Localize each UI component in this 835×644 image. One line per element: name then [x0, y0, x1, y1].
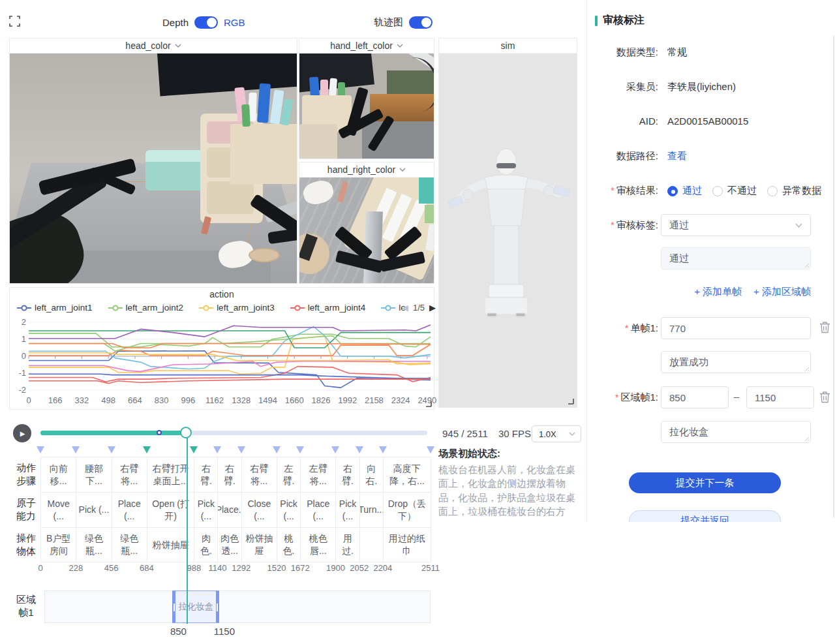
textarea-resize-handle[interactable] — [803, 262, 809, 268]
step-boundary-marker[interactable] — [273, 446, 281, 453]
region-track-bar[interactable] — [44, 590, 431, 623]
x-axis-tick: 664 — [128, 395, 142, 405]
ability-cell: Pick (... — [277, 493, 301, 528]
sim-title: sim — [501, 40, 515, 51]
legend-marker-icon — [108, 305, 123, 311]
object-cell: 绿色瓶... — [112, 528, 147, 562]
x-axis-tick: 1328 — [232, 395, 250, 405]
organizer-tray-art — [230, 124, 297, 184]
steps-table: 向前移...腰部下...右臂将...右臂打开桌面上...右臂.右臂.右臂将...… — [40, 457, 431, 562]
textarea-resize-handle[interactable] — [803, 435, 809, 441]
object-cell: 桃色. — [277, 528, 301, 562]
camera-header-hand-right[interactable]: hand_right_color — [299, 162, 434, 177]
submit-next-button[interactable]: 提交并下一条 — [629, 472, 781, 493]
delete-single-frame-icon[interactable] — [819, 321, 830, 333]
radio-option-不通过[interactable]: 不通过 — [712, 185, 757, 197]
step-boundary-marker[interactable] — [331, 446, 339, 453]
camera-header-hand-left[interactable]: hand_left_color — [299, 38, 434, 54]
ability-cell: Move (... — [41, 493, 76, 528]
aid-value: A2D0015AB00015 — [667, 115, 748, 127]
step-boundary-marker[interactable] — [37, 446, 44, 453]
step-boundary-marker[interactable] — [213, 446, 221, 453]
step-boundary-marker[interactable] — [379, 446, 387, 453]
region-start-input[interactable]: 850 — [661, 386, 729, 408]
region-segment[interactable]: 拉化妆盒 — [172, 590, 219, 623]
legend-item[interactable]: left_arm_joint3 — [199, 303, 275, 313]
toggle-knob — [421, 18, 431, 27]
compact-art — [249, 248, 280, 262]
region-end-input[interactable]: 1150 — [746, 386, 814, 408]
x-axis-tick: 166 — [48, 395, 63, 405]
camera-image-head — [10, 54, 297, 283]
submit-return-button[interactable]: 提交并返回 — [629, 510, 781, 522]
legend-item[interactable]: left_arm_joint4 — [290, 303, 366, 313]
play-button[interactable]: ▶ — [13, 424, 31, 442]
region-frame-note[interactable]: 拉化妆盒 — [661, 421, 811, 443]
step-boundary-marker[interactable] — [72, 446, 80, 453]
add-single-frame-button[interactable]: + 添加单帧 — [694, 286, 742, 298]
axis-tick-label: 1672 — [291, 563, 310, 573]
row-label-abilities: 原子能力 — [14, 497, 38, 523]
step-cell: 右臂. — [218, 457, 241, 493]
green-label-art — [425, 205, 434, 223]
legend-marker-icon — [290, 305, 305, 311]
single-frame-input[interactable]: 770 — [661, 317, 811, 339]
depth-rgb-toggle[interactable] — [194, 16, 218, 29]
step-boundary-marker[interactable] — [237, 446, 245, 453]
step-boundary-marker[interactable] — [427, 446, 434, 453]
single-frame-value: 770 — [669, 323, 686, 334]
step-boundary-marker[interactable] — [296, 446, 304, 453]
speed-select[interactable]: 1.0X — [532, 425, 581, 442]
step-cell: 右臂. — [194, 457, 218, 493]
object-cell: 桃色唇... — [301, 528, 336, 562]
axis-tick-label: 0 — [38, 563, 42, 573]
ability-cell: Pick (... — [194, 493, 218, 528]
step-boundary-marker[interactable] — [143, 446, 151, 453]
resize-corner-icon[interactable] — [568, 398, 574, 405]
single-frame-dot-marker[interactable] — [157, 430, 162, 435]
chart-title: action — [9, 289, 434, 299]
camera-title-hand-left: hand_left_color — [330, 40, 393, 51]
camera-header-head[interactable]: head_color — [10, 38, 297, 54]
object-cell: 绿色瓶... — [76, 528, 112, 562]
step-boundary-marker[interactable] — [190, 446, 198, 453]
y-axis-tick: 2 — [9, 317, 26, 327]
trajectory-toggle[interactable] — [409, 16, 433, 29]
legend-item[interactable]: left_arm_joint1 — [17, 303, 93, 313]
review-tag-label: *审核标签: — [592, 219, 658, 232]
single-frame-note[interactable]: 放置成功 — [661, 351, 811, 373]
radio-option-异常数据[interactable]: 异常数据 — [767, 185, 821, 197]
region-frame-label: *区域帧1: — [592, 391, 658, 404]
camera-panel-head: head_color — [9, 38, 297, 284]
region-handle-right[interactable] — [216, 591, 219, 622]
step-boundary-marker[interactable] — [108, 446, 115, 453]
radio-option-通过[interactable]: 通过 — [667, 185, 702, 197]
review-title-text: 审核标注 — [603, 14, 645, 27]
data-path-view-link[interactable]: 查看 — [667, 150, 687, 162]
region-end-label: 1150 — [214, 626, 235, 637]
fullscreen-icon[interactable] — [9, 16, 20, 27]
region-handle-left[interactable] — [172, 591, 175, 622]
y-axis-tick: 0 — [9, 351, 26, 361]
legend-next-icon[interactable]: ▶ — [429, 303, 436, 313]
x-axis-tick: 498 — [101, 395, 115, 405]
legend-item[interactable]: left_arm_joint2 — [108, 303, 184, 313]
legend-prev-icon[interactable]: ◀ — [402, 303, 408, 313]
step-boundary-marker[interactable] — [356, 446, 363, 453]
add-region-frame-button[interactable]: + 添加区域帧 — [753, 286, 811, 298]
review-result-label: *审核结果: — [592, 185, 658, 197]
tube-art — [241, 104, 250, 127]
scene-block: 场景初始状态: 梳妆台在机器人前，化妆盒在桌面上，化妆盒的侧边摆放着物品，化妆品… — [438, 448, 584, 518]
add-frame-links: + 添加单帧 + 添加区域帧 — [661, 286, 811, 298]
data-type-value: 常规 — [667, 46, 687, 59]
data-type-label: 数据类型: — [592, 46, 658, 59]
review-tag-select[interactable]: 通过 — [661, 214, 811, 236]
x-axis-tick: 332 — [75, 395, 89, 405]
review-tag-note[interactable]: 通过 — [661, 247, 811, 269]
delete-region-frame-icon[interactable] — [819, 391, 830, 403]
textarea-resize-handle[interactable] — [803, 365, 809, 371]
scrollbar[interactable] — [833, 36, 834, 517]
resize-corner-icon[interactable] — [425, 401, 432, 407]
rgb-label: RGB — [224, 17, 245, 28]
playback-slider-handle[interactable] — [180, 427, 192, 438]
